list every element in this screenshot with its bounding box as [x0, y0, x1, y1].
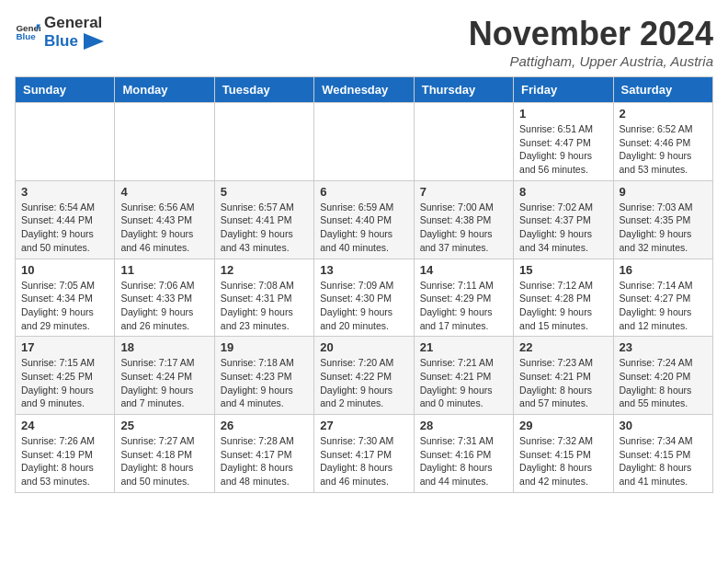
calendar-week-row: 17Sunrise: 7:15 AM Sunset: 4:25 PM Dayli…	[16, 337, 713, 415]
calendar-cell: 13Sunrise: 7:09 AM Sunset: 4:30 PM Dayli…	[314, 259, 414, 337]
calendar-cell: 20Sunrise: 7:20 AM Sunset: 4:22 PM Dayli…	[314, 337, 414, 415]
day-info: Sunrise: 7:12 AM Sunset: 4:28 PM Dayligh…	[519, 279, 607, 333]
calendar-header-tuesday: Tuesday	[214, 77, 313, 103]
calendar-week-row: 3Sunrise: 6:54 AM Sunset: 4:44 PM Daylig…	[16, 180, 713, 259]
calendar-cell: 21Sunrise: 7:21 AM Sunset: 4:21 PM Dayli…	[414, 337, 513, 415]
day-info: Sunrise: 7:03 AM Sunset: 4:35 PM Dayligh…	[620, 201, 707, 255]
day-number: 22	[519, 340, 607, 354]
day-number: 1	[519, 107, 607, 121]
day-info: Sunrise: 7:17 AM Sunset: 4:24 PM Dayligh…	[120, 356, 208, 410]
logo-arrow-icon	[84, 33, 104, 50]
calendar-header-monday: Monday	[115, 77, 214, 103]
calendar-cell: 28Sunrise: 7:31 AM Sunset: 4:16 PM Dayli…	[414, 415, 513, 493]
day-info: Sunrise: 7:24 AM Sunset: 4:20 PM Dayligh…	[620, 356, 707, 410]
day-number: 17	[21, 340, 108, 354]
calendar-cell	[414, 103, 513, 181]
calendar-header-saturday: Saturday	[613, 77, 712, 103]
calendar-cell: 4Sunrise: 6:56 AM Sunset: 4:43 PM Daylig…	[115, 180, 214, 259]
calendar-cell: 2Sunrise: 6:52 AM Sunset: 4:46 PM Daylig…	[613, 103, 712, 181]
day-number: 2	[620, 107, 707, 121]
svg-text:Blue: Blue	[16, 32, 36, 42]
calendar-cell: 11Sunrise: 7:06 AM Sunset: 4:33 PM Dayli…	[115, 259, 214, 337]
calendar-cell: 30Sunrise: 7:34 AM Sunset: 4:15 PM Dayli…	[613, 415, 712, 493]
day-number: 6	[320, 185, 407, 199]
calendar-cell	[314, 103, 414, 181]
day-info: Sunrise: 6:57 AM Sunset: 4:41 PM Dayligh…	[221, 201, 308, 255]
day-info: Sunrise: 7:34 AM Sunset: 4:15 PM Dayligh…	[620, 434, 707, 488]
logo-general: General	[44, 14, 102, 31]
calendar-cell: 24Sunrise: 7:26 AM Sunset: 4:19 PM Dayli…	[16, 415, 115, 493]
calendar-cell: 8Sunrise: 7:02 AM Sunset: 4:37 PM Daylig…	[514, 180, 613, 259]
day-number: 3	[21, 185, 108, 199]
page-title: November 2024	[469, 15, 713, 53]
day-number: 28	[420, 419, 507, 432]
day-number: 24	[21, 419, 108, 432]
title-block: November 2024 Pattigham, Upper Austria, …	[469, 15, 713, 69]
page-header: General Blue General Blue November 2024 …	[15, 15, 713, 69]
day-number: 18	[120, 340, 208, 354]
calendar-cell: 1Sunrise: 6:51 AM Sunset: 4:47 PM Daylig…	[514, 103, 613, 181]
calendar-cell: 15Sunrise: 7:12 AM Sunset: 4:28 PM Dayli…	[514, 259, 613, 337]
calendar-week-row: 24Sunrise: 7:26 AM Sunset: 4:19 PM Dayli…	[16, 415, 713, 493]
day-number: 7	[420, 185, 507, 199]
day-number: 29	[519, 419, 607, 432]
calendar-cell	[214, 103, 313, 181]
day-number: 27	[320, 419, 407, 432]
calendar-cell: 12Sunrise: 7:08 AM Sunset: 4:31 PM Dayli…	[214, 259, 313, 337]
calendar-cell: 29Sunrise: 7:32 AM Sunset: 4:15 PM Dayli…	[514, 415, 613, 493]
day-info: Sunrise: 7:15 AM Sunset: 4:25 PM Dayligh…	[21, 356, 108, 410]
day-number: 5	[221, 185, 308, 199]
day-info: Sunrise: 7:30 AM Sunset: 4:17 PM Dayligh…	[320, 434, 407, 488]
day-info: Sunrise: 7:05 AM Sunset: 4:34 PM Dayligh…	[21, 279, 108, 333]
calendar-cell: 14Sunrise: 7:11 AM Sunset: 4:29 PM Dayli…	[414, 259, 513, 337]
logo: General Blue General Blue	[15, 15, 104, 51]
day-info: Sunrise: 7:18 AM Sunset: 4:23 PM Dayligh…	[221, 356, 308, 410]
calendar-cell	[16, 103, 115, 181]
day-info: Sunrise: 7:06 AM Sunset: 4:33 PM Dayligh…	[120, 279, 208, 333]
calendar-header-friday: Friday	[514, 77, 613, 103]
calendar-cell: 3Sunrise: 6:54 AM Sunset: 4:44 PM Daylig…	[16, 180, 115, 259]
calendar-cell	[115, 103, 214, 181]
calendar-table: SundayMondayTuesdayWednesdayThursdayFrid…	[15, 76, 713, 493]
calendar-cell: 17Sunrise: 7:15 AM Sunset: 4:25 PM Dayli…	[16, 337, 115, 415]
day-info: Sunrise: 6:54 AM Sunset: 4:44 PM Dayligh…	[21, 201, 108, 255]
day-number: 23	[620, 340, 707, 354]
calendar-cell: 10Sunrise: 7:05 AM Sunset: 4:34 PM Dayli…	[16, 259, 115, 337]
day-number: 25	[120, 419, 208, 432]
day-number: 9	[620, 185, 707, 199]
logo-blue: Blue	[44, 32, 78, 50]
calendar-cell: 22Sunrise: 7:23 AM Sunset: 4:21 PM Dayli…	[514, 337, 613, 415]
calendar-cell: 5Sunrise: 6:57 AM Sunset: 4:41 PM Daylig…	[214, 180, 313, 259]
day-info: Sunrise: 6:51 AM Sunset: 4:47 PM Dayligh…	[519, 122, 607, 177]
day-info: Sunrise: 7:14 AM Sunset: 4:27 PM Dayligh…	[620, 279, 707, 333]
day-info: Sunrise: 7:11 AM Sunset: 4:29 PM Dayligh…	[420, 279, 507, 333]
calendar-cell: 7Sunrise: 7:00 AM Sunset: 4:38 PM Daylig…	[414, 180, 513, 259]
calendar-cell: 25Sunrise: 7:27 AM Sunset: 4:18 PM Dayli…	[115, 415, 214, 493]
day-number: 16	[620, 263, 707, 277]
calendar-cell: 16Sunrise: 7:14 AM Sunset: 4:27 PM Dayli…	[613, 259, 712, 337]
calendar-cell: 27Sunrise: 7:30 AM Sunset: 4:17 PM Dayli…	[314, 415, 414, 493]
calendar-week-row: 1Sunrise: 6:51 AM Sunset: 4:47 PM Daylig…	[16, 103, 713, 181]
calendar-cell: 18Sunrise: 7:17 AM Sunset: 4:24 PM Dayli…	[115, 337, 214, 415]
day-info: Sunrise: 6:56 AM Sunset: 4:43 PM Dayligh…	[120, 201, 208, 255]
day-info: Sunrise: 7:27 AM Sunset: 4:18 PM Dayligh…	[120, 434, 208, 488]
day-number: 11	[120, 263, 208, 277]
calendar-week-row: 10Sunrise: 7:05 AM Sunset: 4:34 PM Dayli…	[16, 259, 713, 337]
day-info: Sunrise: 7:32 AM Sunset: 4:15 PM Dayligh…	[519, 434, 607, 488]
calendar-header-wednesday: Wednesday	[314, 77, 414, 103]
page-subtitle: Pattigham, Upper Austria, Austria	[469, 53, 713, 69]
calendar-header-sunday: Sunday	[16, 77, 115, 103]
svg-marker-3	[84, 33, 104, 50]
calendar-cell: 26Sunrise: 7:28 AM Sunset: 4:17 PM Dayli…	[214, 415, 313, 493]
calendar-header-row: SundayMondayTuesdayWednesdayThursdayFrid…	[16, 77, 713, 103]
day-info: Sunrise: 7:28 AM Sunset: 4:17 PM Dayligh…	[221, 434, 308, 488]
calendar-cell: 9Sunrise: 7:03 AM Sunset: 4:35 PM Daylig…	[613, 180, 712, 259]
calendar-cell: 6Sunrise: 6:59 AM Sunset: 4:40 PM Daylig…	[314, 180, 414, 259]
day-info: Sunrise: 7:20 AM Sunset: 4:22 PM Dayligh…	[320, 356, 407, 410]
day-number: 8	[519, 185, 607, 199]
day-info: Sunrise: 7:23 AM Sunset: 4:21 PM Dayligh…	[519, 356, 607, 410]
day-info: Sunrise: 7:00 AM Sunset: 4:38 PM Dayligh…	[420, 201, 507, 255]
day-info: Sunrise: 7:02 AM Sunset: 4:37 PM Dayligh…	[519, 201, 607, 255]
day-number: 19	[221, 340, 308, 354]
day-number: 21	[420, 340, 507, 354]
